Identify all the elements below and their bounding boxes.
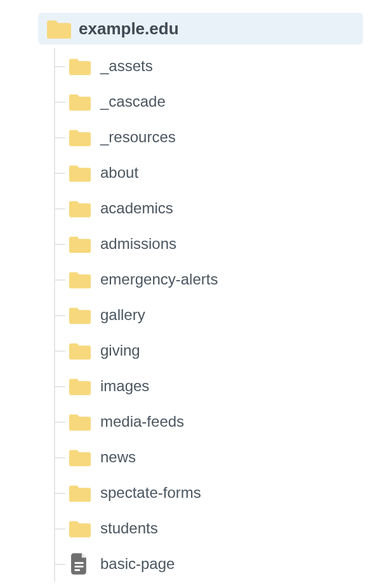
tree-item-label: emergency-alerts xyxy=(100,271,218,288)
tree-item-label: _assets xyxy=(100,57,153,75)
folder-icon xyxy=(69,483,91,502)
folder-icon xyxy=(69,377,91,396)
tree-item-folder[interactable]: emergency-alerts xyxy=(57,262,371,297)
tree-item-label: giving xyxy=(100,342,140,359)
tree-connector-horizontal xyxy=(54,279,65,281)
tree-item-label: spectate-forms xyxy=(100,484,201,502)
tree-root-item[interactable]: example.edu xyxy=(38,13,363,44)
folder-icon xyxy=(69,270,91,289)
folder-icon xyxy=(69,412,91,431)
tree-connector-horizontal xyxy=(54,66,65,67)
file-icon xyxy=(69,553,91,575)
tree-item-label: students xyxy=(100,519,158,537)
folder-icon xyxy=(69,199,91,218)
tree-root-label: example.edu xyxy=(79,19,179,39)
tree-item-label: images xyxy=(100,377,149,395)
tree-item-label: academics xyxy=(100,199,173,217)
tree-item-folder[interactable]: about xyxy=(57,155,371,190)
tree-item-label: _cascade xyxy=(100,93,166,110)
tree-item-folder[interactable]: giving xyxy=(57,333,371,368)
folder-icon xyxy=(69,234,91,253)
file-tree: example.edu _assets _cascade _resources xyxy=(6,13,371,582)
folder-icon xyxy=(69,305,91,324)
folder-icon xyxy=(69,163,91,182)
tree-connector-horizontal xyxy=(54,493,65,494)
tree-item-folder[interactable]: images xyxy=(57,368,371,404)
tree-connector-horizontal xyxy=(54,137,65,138)
tree-connector-horizontal xyxy=(54,457,65,458)
tree-connector-horizontal xyxy=(54,315,65,316)
folder-icon xyxy=(69,128,91,147)
tree-item-label: about xyxy=(100,164,138,182)
tree-item-folder[interactable]: gallery xyxy=(57,297,371,333)
tree-item-folder[interactable]: _resources xyxy=(57,119,371,155)
svg-rect-0 xyxy=(75,562,84,564)
tree-children: _assets _cascade _resources about xyxy=(57,48,371,582)
tree-connector-horizontal xyxy=(54,208,65,210)
tree-item-label: gallery xyxy=(100,306,145,324)
tree-item-folder[interactable]: admissions xyxy=(57,226,371,262)
svg-rect-2 xyxy=(75,569,80,571)
tree-item-folder[interactable]: students xyxy=(57,511,371,546)
tree-item-folder[interactable]: _cascade xyxy=(57,84,371,119)
tree-item-folder[interactable]: academics xyxy=(57,190,371,226)
tree-item-folder[interactable]: spectate-forms xyxy=(57,475,371,511)
tree-connector-horizontal xyxy=(54,564,65,565)
tree-connector-horizontal xyxy=(54,102,65,103)
tree-item-folder[interactable]: media-feeds xyxy=(57,404,371,439)
tree-item-folder[interactable]: _assets xyxy=(57,48,371,84)
tree-connector-horizontal xyxy=(54,244,65,245)
folder-icon xyxy=(69,92,91,111)
tree-connector-horizontal xyxy=(54,386,65,387)
tree-item-label: basic-page xyxy=(100,555,175,573)
folder-icon xyxy=(47,18,71,39)
tree-connector-horizontal xyxy=(54,528,65,530)
folder-icon xyxy=(69,57,91,76)
svg-rect-1 xyxy=(75,566,84,568)
tree-connector-horizontal xyxy=(54,422,65,423)
tree-item-label: news xyxy=(100,448,136,466)
tree-item-folder[interactable]: news xyxy=(57,439,371,475)
tree-connector-horizontal xyxy=(54,173,65,174)
folder-icon xyxy=(69,341,91,360)
tree-item-label: admissions xyxy=(100,235,176,253)
tree-connector-horizontal xyxy=(54,351,65,352)
tree-item-label: media-feeds xyxy=(100,413,184,431)
folder-icon xyxy=(69,448,91,467)
folder-icon xyxy=(69,519,91,538)
tree-item-label: _resources xyxy=(100,128,176,146)
tree-item-file[interactable]: basic-page xyxy=(57,546,371,582)
